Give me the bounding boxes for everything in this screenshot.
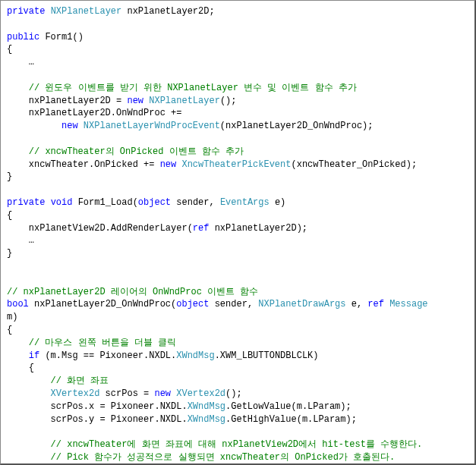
code-token: scrPos.y = Pixoneer.NXDL. xyxy=(7,414,188,425)
code-token xyxy=(7,338,29,348)
code-token: Form1_Load( xyxy=(72,197,137,208)
code-token: // 마우스 왼쪽 버튼을 더블 클릭 xyxy=(29,338,176,348)
code-token: .XWM_LBUTTONDBLCLK) xyxy=(215,350,319,361)
code-token: // xncwTheater의 OnPicked 이벤트 함수 추가 xyxy=(29,146,244,157)
code-token: m) xyxy=(7,312,17,322)
code-token: // Pick 함수가 성공적으로 실행되면 xncwTheater의 OnPi… xyxy=(51,452,396,463)
code-token: sender, xyxy=(209,299,258,309)
code-token: new xyxy=(61,121,78,131)
code-token: // 화면 좌표 xyxy=(51,375,109,386)
code-token: // xncwTheater에 화면 좌표에 대해 nxPlanetView2D… xyxy=(51,439,423,450)
code-token xyxy=(7,83,29,93)
code-token: (xncwTheater_OnPicked); xyxy=(291,159,417,170)
code-token: (m.Msg == Pixoneer.NXDL. xyxy=(39,350,176,361)
code-box: private NXPlanetLayer nxPlanetLayer2D; p… xyxy=(0,0,476,465)
code-token xyxy=(7,121,61,131)
code-token: (); xyxy=(225,388,242,399)
code-token: { xyxy=(7,325,12,335)
code-token: XVertex2d xyxy=(176,388,225,399)
code-token: public xyxy=(7,32,39,42)
code-token: } xyxy=(7,171,12,182)
code-token: object xyxy=(138,197,171,208)
code-token: nxPlanetView2D.AddRenderLayer( xyxy=(7,223,193,234)
code-token: nxPlanetLayer2D; xyxy=(121,6,214,17)
code-token: ref xyxy=(193,223,210,234)
code-token: nxPlanetLayer2D_OnWndProc( xyxy=(29,299,176,309)
code-token: scrPos.x = Pixoneer.NXDL. xyxy=(7,401,188,412)
code-token: // nxPlanetLayer2D 레이어의 OnWndProc 이벤트 함수 xyxy=(7,287,258,297)
code-token: NXPlanetLayer xyxy=(51,6,122,17)
code-token: e, xyxy=(346,299,368,309)
code-token: XWndMsg xyxy=(188,414,225,425)
code-token: (nxPlanetLayer2D_OnWndProc); xyxy=(220,121,374,131)
code-token: XWndMsg xyxy=(176,350,214,361)
code-token xyxy=(7,439,51,450)
code-token: new xyxy=(154,388,171,399)
code-token: nxPlanetLayer2D); xyxy=(209,223,307,234)
code-token: { xyxy=(7,210,12,221)
code-token: .GetLowValue(m.LParam); xyxy=(225,401,351,412)
code-token xyxy=(78,121,84,131)
code-token: … xyxy=(7,235,34,246)
code-token: bool xyxy=(7,299,29,309)
code-token: (); xyxy=(220,96,237,106)
code-token: scrPos = xyxy=(99,388,154,399)
code-token: sender, xyxy=(171,197,220,208)
code-token: Form1() xyxy=(39,32,84,42)
code-token: // 윈도우 이벤트를 받기 위한 NXPlanetLayer 변수 및 이벤트… xyxy=(29,83,357,93)
code-token xyxy=(7,375,51,386)
code-token: xncwTheater.OnPicked += xyxy=(7,159,160,170)
code-token xyxy=(7,146,29,157)
code-token xyxy=(7,350,29,361)
code-token: Message xyxy=(389,299,427,309)
code-token: .GetHighValue(m.LParam); xyxy=(225,414,357,425)
code-token: ref xyxy=(367,299,384,309)
code-token: { xyxy=(7,44,12,55)
code-token: EventArgs xyxy=(220,197,270,208)
code-token: XncwTheaterPickEvent xyxy=(181,159,291,170)
code-token: XVertex2d xyxy=(51,388,100,399)
code-token: private xyxy=(7,197,45,208)
code-token xyxy=(7,388,51,399)
code-token: object xyxy=(176,299,209,309)
code-token: NXPlanetDrawArgs xyxy=(258,299,345,309)
code-token: NXPlanetLayerWndProcEvent xyxy=(84,121,220,131)
code-token xyxy=(45,197,50,208)
code-token: if xyxy=(29,350,39,361)
code-token: new xyxy=(127,96,143,106)
code-token xyxy=(45,6,50,17)
code-token: … xyxy=(7,57,34,68)
code-token: } xyxy=(7,248,12,259)
code-token: nxPlanetLayer2D = xyxy=(7,96,127,106)
code-token: void xyxy=(51,197,73,208)
code-token: new xyxy=(160,159,177,170)
code-token: private xyxy=(7,6,45,17)
code-token: nxPlanetLayer2D.OnWndProc += xyxy=(7,108,181,118)
code-token xyxy=(7,452,51,463)
code-token: NXPlanetLayer xyxy=(149,96,220,106)
code-token: e) xyxy=(270,197,286,208)
code-content: private NXPlanetLayer nxPlanetLayer2D; p… xyxy=(7,5,468,465)
code-token: XWndMsg xyxy=(188,401,225,412)
code-token: { xyxy=(7,363,34,373)
